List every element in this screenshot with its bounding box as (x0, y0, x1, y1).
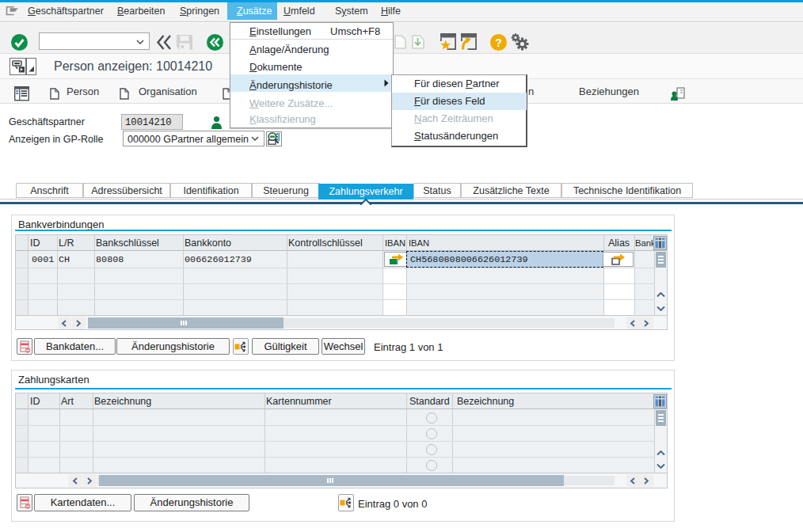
svg-text:?: ? (495, 36, 502, 49)
